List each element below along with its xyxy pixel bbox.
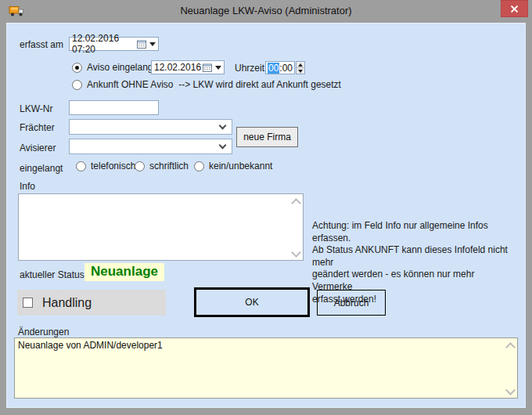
spinner-up-button[interactable] <box>297 62 304 68</box>
erfasst-am-field[interactable]: 12.02.2016 07:20 <box>69 37 159 51</box>
neue-firma-button[interactable]: neue Firma <box>236 127 298 147</box>
lkw-nr-label: LKW-Nr <box>20 103 52 114</box>
titlebar[interactable]: Neuanlage LKW-Aviso (Administrator) <box>0 0 532 23</box>
window-title: Neuanlage LKW-Aviso (Administrator) <box>0 5 532 16</box>
calendar-icon <box>203 63 212 72</box>
spinner-down-button[interactable] <box>297 68 304 74</box>
chevron-down-icon <box>219 141 227 149</box>
dropdown-arrow-icon[interactable] <box>215 66 221 70</box>
radio-button-icon[interactable] <box>72 63 82 73</box>
time-field[interactable]: 00:00 <box>265 61 295 74</box>
aenderungen-label: Änderungen <box>18 327 69 337</box>
status-label: aktueller Status <box>20 269 84 280</box>
dialog-window: Neuanlage LKW-Aviso (Administrator) erfa… <box>0 0 532 415</box>
erfasst-am-value: 12.02.2016 07:20 <box>72 33 137 55</box>
spinner-down-icon <box>298 70 303 73</box>
aviso-date-value: 12.02.2016 <box>154 62 201 73</box>
uhrzeit-label: Uhrzeit <box>235 63 264 74</box>
time-hours-selected: 00 <box>268 63 279 74</box>
handling-label: Handling <box>42 296 92 310</box>
dropdown-arrow-icon[interactable] <box>149 42 156 46</box>
radio-kein-unbekannt[interactable]: kein/unbekannt <box>194 161 272 171</box>
close-icon <box>510 5 519 13</box>
avisierer-label: Avisierer <box>20 143 56 153</box>
ankunft-ohne-label: Ankunft OHNE Aviso --> LKW wird direkt a… <box>87 79 341 90</box>
option-label: kein/unbekannt <box>209 161 272 171</box>
spinner-up-icon <box>298 63 303 67</box>
radio-aviso-eingelangt[interactable]: Aviso eingelangt <box>72 62 156 73</box>
handling-panel: Handling <box>17 290 166 316</box>
warning-line: Ab Status ANKUNFT kann dieses Infofeld n… <box>312 244 517 269</box>
ok-label: OK <box>245 297 258 308</box>
erfasst-am-label: erfasst am <box>20 39 63 50</box>
close-button[interactable] <box>501 0 528 17</box>
lkw-nr-input[interactable] <box>69 100 159 115</box>
time-spinner[interactable] <box>296 61 305 74</box>
aenderungen-textarea[interactable]: Neuanlage von ADMIN/developer1 <box>14 337 518 399</box>
radio-button-icon[interactable] <box>194 161 204 171</box>
abbruch-label: Abbruch <box>334 298 369 309</box>
aviso-date-field[interactable]: 12.02.2016 <box>151 60 225 74</box>
neue-firma-label: neue Firma <box>243 132 291 143</box>
info-textarea[interactable] <box>18 193 304 261</box>
radio-button-icon[interactable] <box>76 161 86 171</box>
fraechter-combobox[interactable] <box>69 119 232 135</box>
radio-ankunft-ohne-aviso[interactable]: Ankunft OHNE Aviso --> LKW wird direkt a… <box>72 79 341 90</box>
chevron-down-icon <box>219 121 227 129</box>
abbruch-button[interactable]: Abbruch <box>317 290 386 316</box>
calendar-icon <box>137 40 146 49</box>
radio-button-icon[interactable] <box>135 161 145 171</box>
time-minutes: :00 <box>279 63 293 74</box>
option-label: telefonisch <box>91 161 135 171</box>
option-label: schriftlich <box>149 161 189 171</box>
info-label: Info <box>20 181 35 192</box>
aviso-eingelangt-label: Aviso eingelangt <box>87 62 156 73</box>
radio-telefonisch[interactable]: telefonisch <box>76 161 135 171</box>
avisierer-combobox[interactable] <box>69 139 232 154</box>
radio-button-icon[interactable] <box>72 80 82 90</box>
ok-button[interactable]: OK <box>194 287 310 317</box>
warning-line: Achtung: im Feld Info nur allgemeine Inf… <box>312 220 517 244</box>
radio-schriftlich[interactable]: schriftlich <box>135 161 189 171</box>
eingelangt-label: eingelangt <box>20 163 63 174</box>
handling-checkbox[interactable] <box>23 298 33 308</box>
fraechter-label: Frächter <box>20 122 55 133</box>
status-badge: Neuanlage <box>84 263 164 281</box>
